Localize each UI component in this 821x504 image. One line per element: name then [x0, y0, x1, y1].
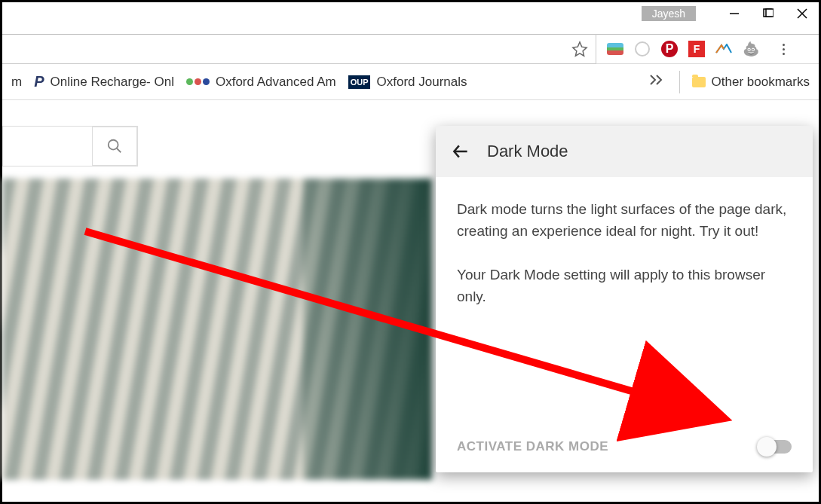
bookmarks-overflow-button[interactable] [639, 74, 673, 90]
panel-header: Dark Mode [436, 126, 813, 177]
svg-line-6 [117, 148, 121, 153]
address-bar: P F 💩 [2, 34, 819, 64]
folder-icon [692, 77, 706, 87]
svg-point-5 [109, 140, 118, 150]
activate-dark-mode-row: ACTIVATE DARK MODE [457, 439, 792, 454]
ext-cloud-icon[interactable] [607, 41, 623, 57]
bookmark-label: m [11, 75, 22, 90]
bookmark-item-recharge[interactable]: P Online Recharge- Onl [28, 70, 180, 93]
dark-mode-toggle[interactable] [758, 440, 792, 454]
ext-pinterest-icon[interactable]: P [661, 41, 678, 57]
close-button[interactable] [785, 2, 819, 25]
oxford-dict-icon [186, 78, 210, 85]
search-button[interactable] [92, 127, 137, 166]
panel-title: Dark Mode [487, 142, 568, 161]
panel-description-2: Your Dark Mode setting will apply to thi… [457, 264, 792, 308]
bookmark-item-oxford-journals[interactable]: OUP Oxford Journals [342, 72, 473, 93]
paytm-icon: P [34, 73, 44, 90]
search-icon [106, 138, 123, 154]
bookmark-star-icon[interactable] [571, 41, 588, 57]
search-field-wrap [2, 126, 138, 166]
panel-description-1: Dark mode turns the light surfaces of th… [457, 198, 792, 243]
chevron-right-icon [649, 74, 663, 86]
ext-flipboard-icon[interactable]: F [688, 41, 705, 57]
ext-chat-icon[interactable] [634, 41, 651, 57]
user-badge[interactable]: Jayesh [642, 6, 696, 21]
toggle-knob [757, 437, 777, 457]
svg-rect-2 [766, 9, 774, 17]
ext-poo-icon[interactable]: 💩 [743, 41, 759, 57]
bookmark-label: Oxford Journals [376, 75, 467, 90]
bookmark-label: Online Recharge- Onl [51, 75, 174, 90]
back-button[interactable] [451, 142, 470, 161]
maximize-icon [763, 8, 774, 19]
other-bookmarks[interactable]: Other bookmarks [686, 72, 816, 93]
bookmark-item-partial[interactable]: m [5, 72, 28, 93]
page-content: Dark Mode Dark mode turns the light surf… [2, 126, 819, 502]
window-titlebar: Jayesh [642, 2, 819, 25]
bookmark-label: Oxford Advanced Am [216, 75, 336, 90]
oup-icon: OUP [348, 75, 371, 89]
ext-wave-icon[interactable] [715, 41, 732, 57]
background-image [2, 179, 432, 480]
extension-icons: P F 💩 [607, 41, 791, 57]
separator [679, 71, 680, 93]
dark-mode-panel: Dark Mode Dark mode turns the light surf… [436, 126, 813, 472]
minimize-button[interactable] [717, 2, 751, 25]
address-input-area[interactable] [2, 34, 596, 64]
bookmarks-bar: m P Online Recharge- Onl Oxford Advanced… [2, 64, 819, 100]
panel-body: Dark mode turns the light surfaces of th… [436, 177, 813, 308]
activate-label: ACTIVATE DARK MODE [457, 439, 608, 454]
close-icon [797, 8, 807, 19]
minimize-icon [729, 8, 740, 19]
bookmark-item-oxford-dict[interactable]: Oxford Advanced Am [180, 72, 342, 93]
bookmark-label: Other bookmarks [712, 75, 810, 90]
browser-menu-button[interactable] [776, 41, 791, 57]
maximize-button[interactable] [751, 2, 785, 25]
